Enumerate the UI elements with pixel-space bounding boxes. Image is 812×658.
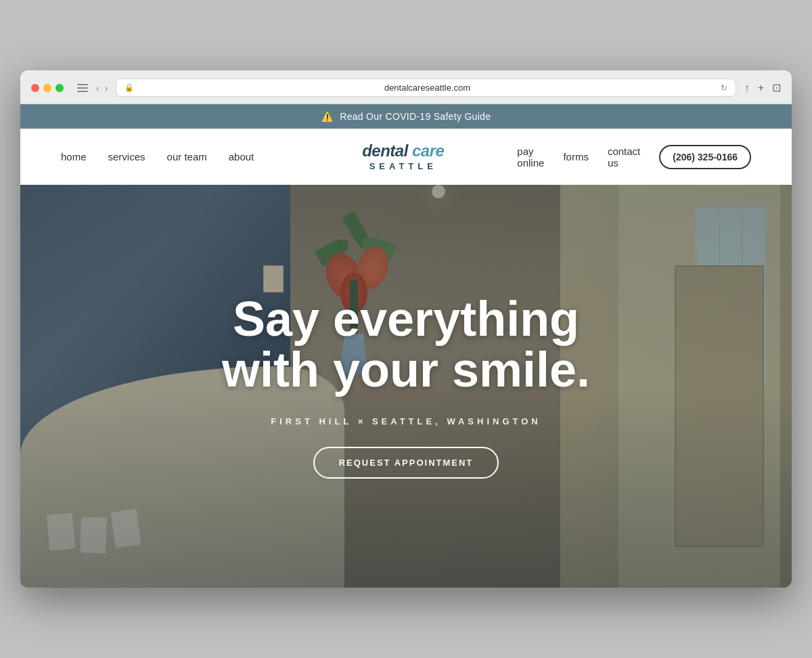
- close-button[interactable]: [31, 84, 39, 92]
- covid-banner[interactable]: ⚠️ Read Our COVID-19 Safety Guide: [20, 104, 792, 129]
- browser-window: ‹ › 🔒 dentalcareseattle.com ↻ ↑ + ⊡ ⚠️ R…: [20, 70, 792, 588]
- nav-link-pay-online[interactable]: pay online: [517, 146, 544, 169]
- tab-overview-icon[interactable]: ⊡: [772, 81, 781, 94]
- nav-link-contact-us[interactable]: contact us: [608, 146, 640, 169]
- hero-headline-line1: Say everything: [233, 292, 579, 346]
- hero-content: Say everything with your smile. FIRST HI…: [20, 185, 792, 588]
- hero-location: FIRST HILL × SEATTLE, WASHINGTON: [271, 416, 541, 426]
- back-arrow-icon[interactable]: ‹: [96, 83, 99, 93]
- covid-banner-text: Read Our COVID-19 Safety Guide: [340, 111, 491, 122]
- logo-seattle: SEATTLE: [289, 162, 517, 171]
- browser-chrome: ‹ › 🔒 dentalcareseattle.com ↻ ↑ + ⊡: [20, 70, 792, 104]
- share-icon[interactable]: ↑: [744, 82, 750, 94]
- forward-arrow-icon[interactable]: ›: [105, 83, 108, 93]
- address-bar[interactable]: 🔒 dentalcareseattle.com ↻: [116, 79, 736, 97]
- hero-section: Say everything with your smile. FIRST HI…: [20, 185, 792, 588]
- browser-controls: ‹ ›: [77, 83, 108, 93]
- new-tab-icon[interactable]: +: [758, 82, 764, 94]
- logo-care: care: [412, 141, 444, 160]
- hero-headline-line2: with your smile.: [222, 343, 590, 397]
- nav-link-home[interactable]: home: [61, 151, 87, 162]
- browser-actions: ↑ + ⊡: [744, 81, 781, 94]
- refresh-icon[interactable]: ↻: [721, 83, 727, 93]
- warning-icon: ⚠️: [321, 111, 333, 122]
- lock-icon: 🔒: [125, 83, 134, 92]
- nav-link-services[interactable]: services: [108, 151, 145, 162]
- logo-dental: dental: [362, 141, 408, 160]
- phone-button[interactable]: (206) 325-0166: [659, 145, 751, 169]
- sidebar-toggle-icon[interactable]: [77, 84, 88, 92]
- nav-left: home services our team about: [61, 151, 289, 162]
- navbar: home services our team about dental care…: [20, 129, 792, 185]
- maximize-button[interactable]: [55, 84, 64, 92]
- traffic-lights: [31, 84, 64, 92]
- nav-right: pay online forms contact us (206) 325-01…: [517, 145, 751, 169]
- minimize-button[interactable]: [43, 84, 51, 92]
- logo[interactable]: dental care SEATTLE: [289, 142, 517, 171]
- hero-headline: Say everything with your smile.: [222, 294, 590, 396]
- nav-link-our-team[interactable]: our team: [167, 151, 207, 162]
- website-content: ⚠️ Read Our COVID-19 Safety Guide home s…: [20, 104, 792, 588]
- url-text: dentalcareseattle.com: [138, 83, 716, 93]
- request-appointment-button[interactable]: REQUEST APPOINTMENT: [313, 447, 499, 479]
- nav-link-forms[interactable]: forms: [563, 151, 589, 162]
- nav-link-about[interactable]: about: [229, 151, 254, 162]
